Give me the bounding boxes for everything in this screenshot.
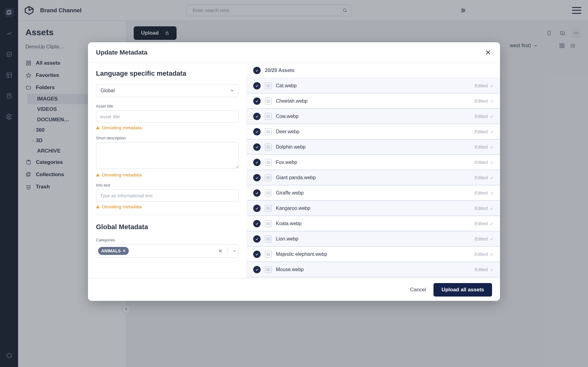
svg-rect-50: [267, 100, 270, 102]
update-metadata-modal: Update Metadata Language specific metada…: [88, 42, 500, 301]
tag-remove-icon[interactable]: ✕: [123, 249, 126, 253]
clear-all-icon[interactable]: ✕: [218, 248, 222, 254]
svg-point-59: [267, 161, 268, 162]
asset-checkbox[interactable]: [253, 220, 261, 227]
asset-status: Edited: [475, 221, 494, 226]
asset-filename: Mouse.webp: [276, 267, 304, 272]
asset-checkbox[interactable]: [253, 143, 261, 151]
lang-metadata-heading: Language specific metadata: [96, 70, 239, 78]
asset-row[interactable]: Lion.webpEdited: [247, 231, 500, 247]
svg-point-65: [267, 207, 268, 208]
asset-row[interactable]: Cat.webpEdited: [247, 78, 500, 93]
asset-row[interactable]: Majestic elephant.webpEdited: [247, 247, 500, 262]
svg-point-49: [267, 85, 268, 85]
asset-status: Edited: [475, 236, 494, 241]
svg-rect-66: [267, 222, 270, 225]
asset-list[interactable]: Cat.webpEditedCheetah.webpEditedCow.webp…: [247, 78, 500, 278]
svg-point-57: [267, 146, 268, 147]
section-divider: [96, 215, 239, 215]
asset-filename: Giant panda.webp: [276, 175, 316, 180]
asset-status: Edited: [475, 129, 494, 134]
deviating-warning: Deviating metadata: [96, 125, 239, 130]
svg-rect-60: [267, 176, 270, 179]
categories-label: Categories: [96, 238, 239, 242]
svg-rect-48: [267, 84, 270, 87]
asset-checkbox[interactable]: [253, 189, 261, 197]
categories-input[interactable]: ANIMALS ✕ ✕: [96, 244, 239, 258]
image-icon: [265, 128, 272, 135]
asset-checkbox[interactable]: [253, 97, 261, 105]
asset-filename: Cow.webp: [276, 114, 299, 119]
asset-filename: Dolphin.webp: [276, 144, 306, 150]
modal-title: Update Metadata: [96, 49, 147, 56]
svg-point-55: [267, 131, 268, 131]
asset-row[interactable]: Cow.webpEdited: [247, 109, 500, 124]
asset-row[interactable]: Koala.webpEdited: [247, 216, 500, 231]
image-icon: [265, 190, 272, 196]
deviating-warning: Deviating metadata: [96, 204, 239, 209]
asset-checkbox[interactable]: [253, 266, 261, 273]
asset-status: Edited: [475, 83, 494, 88]
asset-status: Edited: [475, 190, 494, 195]
svg-rect-68: [267, 237, 270, 240]
cancel-button[interactable]: Cancel: [410, 287, 426, 293]
asset-row[interactable]: Kangaroo.webpEdited: [247, 201, 500, 216]
asset-status: Edited: [475, 206, 494, 211]
asset-row[interactable]: Deer.webpEdited: [247, 124, 500, 139]
asset-status: Edited: [475, 267, 494, 272]
svg-point-61: [267, 177, 268, 177]
asset-row[interactable]: Giraffe.webpEdited: [247, 185, 500, 201]
asset-checkbox[interactable]: [253, 205, 261, 212]
category-tag[interactable]: ANIMALS ✕: [98, 247, 129, 255]
image-icon: [265, 144, 272, 150]
asset-checkbox[interactable]: [253, 128, 261, 135]
asset-row[interactable]: Mouse.webpEdited: [247, 262, 500, 277]
image-icon: [265, 220, 272, 227]
short-desc-input[interactable]: [96, 142, 239, 168]
global-metadata-heading: Global Metadata: [96, 223, 239, 231]
asset-checkbox[interactable]: [253, 235, 261, 243]
svg-point-63: [267, 192, 268, 193]
image-icon: [265, 251, 272, 258]
asset-status: Edited: [475, 114, 494, 119]
metadata-form: Language specific metadata Global Asset …: [88, 63, 247, 278]
language-select[interactable]: Global: [96, 84, 239, 97]
asset-checkbox[interactable]: [253, 113, 261, 120]
asset-row[interactable]: Dolphin.webpEdited: [247, 139, 500, 155]
asset-filename: Deer.webp: [276, 129, 300, 134]
asset-row[interactable]: Cheetah.webpEdited: [247, 93, 500, 109]
asset-row[interactable]: Fox.webpEdited: [247, 155, 500, 170]
svg-rect-70: [267, 253, 270, 255]
asset-filename: Koala.webp: [276, 221, 302, 226]
warning-icon: [96, 173, 100, 176]
svg-rect-64: [267, 207, 270, 209]
asset-status: Edited: [475, 144, 494, 149]
image-icon: [265, 98, 272, 104]
warning-icon: [96, 205, 100, 208]
info-text-label: Info text: [96, 183, 239, 187]
svg-rect-56: [267, 146, 270, 148]
close-icon[interactable]: [484, 48, 492, 56]
image-icon: [265, 113, 272, 120]
asset-checkbox[interactable]: [253, 82, 261, 89]
warning-icon: [96, 126, 100, 129]
asset-title-input[interactable]: [96, 110, 239, 123]
asset-checkbox[interactable]: [253, 251, 261, 258]
select-all-checkbox[interactable]: [253, 67, 261, 74]
asset-row[interactable]: Giant panda.webpEdited: [247, 170, 500, 185]
asset-filename: Kangaroo.webp: [276, 206, 310, 211]
asset-count: 20/20 Assets: [265, 68, 294, 73]
image-icon: [265, 205, 272, 212]
image-icon: [265, 236, 272, 242]
chevron-down-icon[interactable]: [232, 249, 237, 253]
asset-checkbox[interactable]: [253, 159, 261, 166]
image-icon: [265, 159, 272, 166]
asset-filename: Lion.webp: [276, 236, 298, 242]
deviating-warning: Deviating metadata: [96, 172, 239, 177]
info-text-input[interactable]: [96, 189, 239, 202]
upload-all-button[interactable]: Upload all assets: [433, 283, 492, 297]
svg-point-53: [267, 115, 268, 116]
svg-point-69: [267, 238, 268, 239]
asset-status: Edited: [475, 252, 494, 257]
asset-checkbox[interactable]: [253, 174, 261, 181]
